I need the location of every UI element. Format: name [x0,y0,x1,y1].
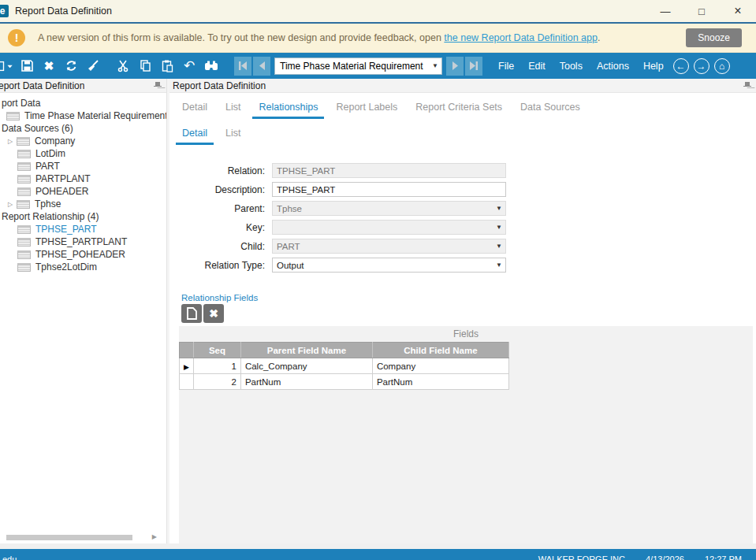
forward-button[interactable]: → [694,58,709,74]
copy-icon[interactable] [136,57,155,76]
subtab-detail[interactable]: Detail [176,124,214,145]
tab-list[interactable]: List [219,98,247,119]
tree-item[interactable]: POHEADER [0,185,166,198]
tree-item[interactable]: LotDim [0,147,166,160]
tree-item-label: Data Sources (6) [2,123,73,134]
tree-item[interactable]: TPHSE_POHEADER [0,248,166,261]
menu-item-tools[interactable]: Tools [553,61,590,72]
expand-arrow-icon[interactable]: ▷ [6,201,17,208]
tree-horizontal-scrollbar[interactable]: ▶ [0,534,166,541]
tree-item[interactable]: Time Phase Material Requirement [0,109,166,122]
table-row[interactable]: ▶1Calc_CompanyCompany [180,358,509,374]
tab-data-sources[interactable]: Data Sources [514,98,587,119]
field-label: Child: [169,241,272,252]
table-node-icon [17,238,31,247]
dropdown-key[interactable]: ▼ [272,220,506,235]
column-header-parent-field-name[interactable]: Parent Field Name [240,343,372,358]
table-row[interactable]: 2PartNumPartNum [180,374,509,390]
tree-item[interactable]: PART [0,160,166,172]
delete-icon[interactable]: ✖ [39,57,58,76]
menu-item-help[interactable]: Help [636,61,671,72]
tree-item[interactable]: port Data [0,97,166,109]
column-header-seq[interactable]: Seq [193,343,240,358]
row-selector-cell[interactable]: ▶ [180,358,194,374]
tree-item[interactable]: Tphse2LotDim [0,261,166,273]
close-button[interactable]: × [720,0,756,22]
tree-item-label: TPHSE_POHEADER [35,249,125,260]
new-icon[interactable] [0,57,14,76]
tab-detail[interactable]: Detail [176,98,214,119]
input-description[interactable]: TPHSE_PART [272,182,506,197]
tree-item[interactable]: Data Sources (6) [0,122,166,135]
cell-parent[interactable]: PartNum [240,374,372,390]
clear-icon[interactable] [84,57,102,76]
cut-icon[interactable] [114,57,132,76]
field-value: PART [273,242,493,251]
warning-icon: ! [8,29,25,46]
grid-header-row: SeqParent Field NameChild Field Name [180,343,509,358]
banner-message: A new version of this form is available.… [38,32,600,43]
tree-item-label: port Data [2,98,40,109]
tab-report-criteria-sets[interactable]: Report Criteria Sets [409,98,508,119]
undo-icon[interactable]: ↶ [180,57,199,76]
save-icon[interactable] [17,57,36,76]
tree-item[interactable]: Report Relationship (4) [0,210,166,223]
tree-item[interactable]: PARTPLANT [0,172,166,185]
home-button[interactable]: ⌂ [714,58,730,74]
new-app-link[interactable]: the new Report Data Definition app [444,32,598,43]
tree-panel: eport Data Definition port DataTime Phas… [0,79,166,543]
status-time: 12:27 PM [705,554,742,560]
tab-relationships[interactable]: Relationships [252,98,324,119]
minimize-button[interactable]: — [647,0,683,22]
maximize-button[interactable]: □ [683,0,720,22]
delete-field-button[interactable]: ✖ [203,304,224,323]
expand-arrow-icon[interactable]: ▷ [6,138,17,145]
tree-item[interactable]: TPHSE_PART [0,223,166,235]
refresh-icon[interactable] [61,57,80,76]
paste-icon[interactable] [158,57,177,76]
menu-item-actions[interactable]: Actions [590,61,636,72]
record-selector[interactable]: Time Phase Material Requirement ▼ [274,57,442,75]
table-node-icon [6,112,20,121]
status-bar: edu WALKER FORGE INC 4/13/2026 12:27 PM [0,549,756,560]
next-record-button[interactable] [446,57,464,76]
status-date: 4/13/2026 [646,554,684,560]
tab-report-labels[interactable]: Report Labels [330,98,404,119]
tree-item-label: TPHSE_PARTPLANT [35,236,127,247]
pin-icon[interactable] [154,81,162,91]
search-icon[interactable] [202,57,221,76]
tree-item[interactable]: ▷Company [0,135,166,147]
scrollbar-thumb[interactable] [6,535,132,540]
column-header-child-field-name[interactable]: Child Field Name [372,343,508,358]
cell-parent[interactable]: Calc_Company [240,358,372,374]
tree-item[interactable]: TPHSE_PARTPLANT [0,235,166,248]
first-record-button[interactable] [234,57,251,76]
scrollbar-right-arrow-icon[interactable]: ▶ [152,533,157,540]
chevron-down-icon: ▼ [429,62,441,69]
tree-panel-header: eport Data Definition [0,79,166,93]
current-row-arrow-icon: ▶ [184,363,189,371]
tree-item-label: Time Phase Material Requirement [24,110,166,121]
dropdown-parent[interactable]: Tphse▼ [272,201,506,216]
dropdown-relation-type[interactable]: Output▼ [272,258,506,273]
row-selector-cell[interactable] [180,374,194,390]
subtab-list[interactable]: List [219,124,247,145]
last-record-button[interactable] [465,57,482,76]
tree-item[interactable]: ▷Tphse [0,198,166,210]
tree-panel-title: eport Data Definition [0,80,84,91]
cell-child[interactable]: PartNum [372,374,508,390]
cell-seq[interactable]: 1 [193,358,240,374]
new-field-button[interactable] [181,304,202,323]
cell-child[interactable]: Company [372,358,508,374]
field-label: Relation Type: [169,260,272,271]
cell-seq[interactable]: 2 [193,374,240,390]
menu-item-file[interactable]: File [491,61,521,72]
dropdown-child[interactable]: PART▼ [272,239,506,254]
snooze-button[interactable]: Snooze [686,28,742,47]
input-relation[interactable]: TPHSE_PART [272,163,506,178]
menu-item-edit[interactable]: Edit [521,61,553,72]
pin-icon[interactable] [743,81,751,91]
previous-record-button[interactable] [253,57,270,76]
form-row: Description:TPHSE_PART [169,182,756,197]
back-button[interactable]: ← [673,58,689,74]
